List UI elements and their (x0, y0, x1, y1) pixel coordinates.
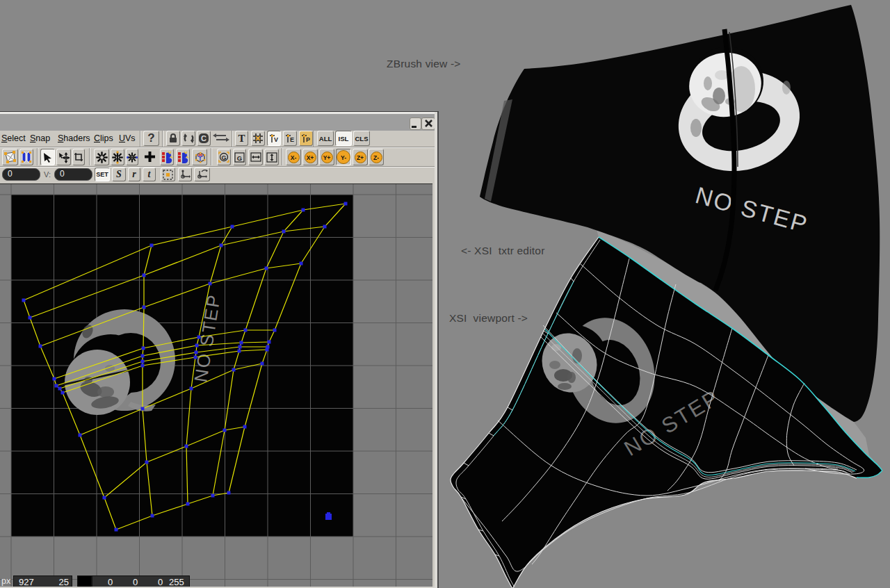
svg-text:V: V (274, 136, 278, 143)
svg-text:G: G (237, 154, 242, 161)
svg-text:G: G (221, 154, 226, 161)
svg-text:P: P (306, 136, 310, 143)
svg-text:E: E (290, 136, 294, 143)
svg-text:C: C (201, 134, 207, 142)
